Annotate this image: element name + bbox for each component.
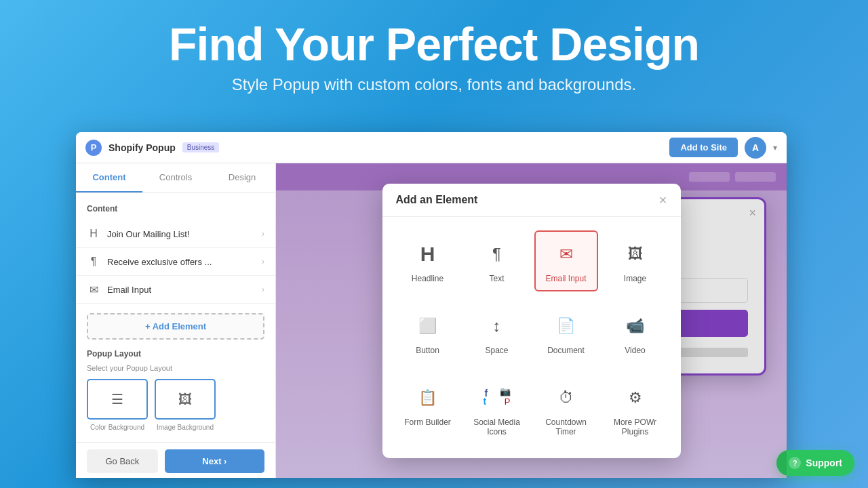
avatar: A xyxy=(745,137,766,159)
email-element-label: Email Input xyxy=(545,274,586,283)
email-element-icon xyxy=(549,239,584,270)
headline-element-label: Headline xyxy=(412,274,443,283)
add-to-site-button[interactable]: Add to Site xyxy=(669,138,738,157)
headline-element-icon xyxy=(410,239,446,270)
modal-body: Headline Text Email Input xyxy=(382,217,681,458)
element-grid: Headline Text Email Input xyxy=(396,230,667,445)
tab-controls[interactable]: Controls xyxy=(142,163,209,192)
element-video[interactable]: Video xyxy=(604,302,667,363)
button-element-icon xyxy=(410,310,446,342)
paragraph-icon: ¶ xyxy=(87,255,100,268)
text-element-icon xyxy=(479,239,515,270)
sidebar-body: Content H Join Our Mailing List! › ¶ Rec… xyxy=(76,193,275,442)
sidebar-item-label-email: Email Input xyxy=(107,285,255,295)
element-text[interactable]: Text xyxy=(465,230,529,291)
hero-subtitle: Style Popup with custom colors, fonts an… xyxy=(0,75,868,94)
element-email-input[interactable]: Email Input xyxy=(534,230,598,291)
popup-layout-subtitle: Select your Popup Layout xyxy=(87,364,264,372)
modal-title: Add an Element xyxy=(396,194,478,206)
go-back-button[interactable]: Go Back xyxy=(87,449,158,473)
sidebar-footer: Go Back Next › xyxy=(76,442,275,478)
layout-color-icon: ☰ xyxy=(111,391,123,407)
element-image[interactable]: Image xyxy=(604,230,667,291)
sidebar-item-text[interactable]: ¶ Receive exclusive offers ... › xyxy=(76,248,275,276)
support-icon: ? xyxy=(789,457,801,469)
image-element-label: Image xyxy=(624,274,646,283)
layout-option-color[interactable]: ☰ xyxy=(87,379,148,420)
layout-option-image[interactable]: 🖼 xyxy=(155,379,216,420)
content-section-label: Content xyxy=(76,204,275,220)
chevron-right-icon: › xyxy=(262,229,264,239)
more-element-icon xyxy=(618,382,653,413)
popup-layout-label: Popup Layout xyxy=(87,349,264,359)
text-element-label: Text xyxy=(489,274,504,283)
sidebar-item-label-text: Receive exclusive offers ... xyxy=(107,257,255,267)
main-layout: Content Controls Design Content H Join O… xyxy=(76,163,787,478)
sidebar: Content Controls Design Content H Join O… xyxy=(76,163,276,478)
modal-header: Add an Element × xyxy=(382,184,681,217)
sidebar-item-headline[interactable]: H Join Our Mailing List! › xyxy=(76,220,275,248)
tab-bar: Content Controls Design xyxy=(76,163,275,193)
video-element-label: Video xyxy=(625,346,645,355)
space-element-label: Space xyxy=(485,346,508,355)
sidebar-item-email[interactable]: ✉ Email Input › xyxy=(76,276,275,304)
chevron-right-icon-2: › xyxy=(262,257,264,266)
email-icon: ✉ xyxy=(87,283,100,296)
countdown-element-label: Countdown Timer xyxy=(540,418,593,436)
more-element-label: More POWr Plugins xyxy=(609,418,662,436)
next-button[interactable]: Next › xyxy=(165,449,264,473)
element-space[interactable]: Space xyxy=(465,302,529,363)
popup-layout-section: Popup Layout Select your Popup Layout ☰ … xyxy=(76,349,275,431)
modal-close-button[interactable]: × xyxy=(659,193,667,207)
element-headline[interactable]: Headline xyxy=(396,230,460,291)
tab-design[interactable]: Design xyxy=(209,163,275,192)
element-document[interactable]: Document xyxy=(534,302,598,363)
layout-option-1-label: Color Background xyxy=(87,424,148,431)
layout-option-2-label: Image Background xyxy=(155,424,216,431)
modal-overlay: Add an Element × Headline xyxy=(276,163,787,478)
hero-section: Find Your Perfect Design Style Popup wit… xyxy=(0,0,868,108)
hero-title: Find Your Perfect Design xyxy=(0,19,868,70)
countdown-element-icon xyxy=(549,382,584,413)
support-button[interactable]: ? Support xyxy=(776,450,854,476)
document-element-label: Document xyxy=(547,346,585,355)
sidebar-item-label-headline: Join Our Mailing List! xyxy=(107,229,255,239)
element-button[interactable]: Button xyxy=(396,302,460,363)
support-label: Support xyxy=(806,458,842,468)
chevron-right-icon-3: › xyxy=(262,285,264,294)
social-element-label: Social Media Icons xyxy=(471,418,524,436)
form-element-label: Form Builder xyxy=(404,418,451,427)
layout-image-icon: 🖼 xyxy=(178,392,192,407)
form-element-icon xyxy=(410,382,446,413)
tab-content[interactable]: Content xyxy=(76,163,142,192)
video-element-icon xyxy=(618,310,653,342)
space-element-icon xyxy=(479,310,515,342)
social-element-icon: f 📷 t P xyxy=(479,382,515,413)
element-form-builder[interactable]: Form Builder xyxy=(396,374,460,445)
top-bar: P Shopify Popup Business Add to Site A ▾ xyxy=(76,132,787,163)
document-element-icon xyxy=(549,310,584,342)
button-element-label: Button xyxy=(416,346,439,355)
image-element-icon xyxy=(618,239,653,270)
add-element-button[interactable]: + Add Element xyxy=(87,313,264,340)
element-social-media[interactable]: f 📷 t P Social Media Icons xyxy=(465,374,529,445)
popup-layout-options: ☰ 🖼 xyxy=(87,379,264,420)
chevron-down-icon: ▾ xyxy=(773,143,777,152)
app-window: P Shopify Popup Business Add to Site A ▾… xyxy=(76,132,787,478)
app-title: Shopify Popup xyxy=(108,142,176,153)
element-more-plugins[interactable]: More POWr Plugins xyxy=(604,374,667,445)
add-element-modal: Add an Element × Headline xyxy=(382,184,681,458)
headline-icon: H xyxy=(87,227,100,241)
preview-area: × Join Our Mailing List! straight to you… xyxy=(276,163,787,478)
element-countdown[interactable]: Countdown Timer xyxy=(534,374,598,445)
business-badge: Business xyxy=(182,142,220,152)
app-logo: P xyxy=(85,140,102,156)
